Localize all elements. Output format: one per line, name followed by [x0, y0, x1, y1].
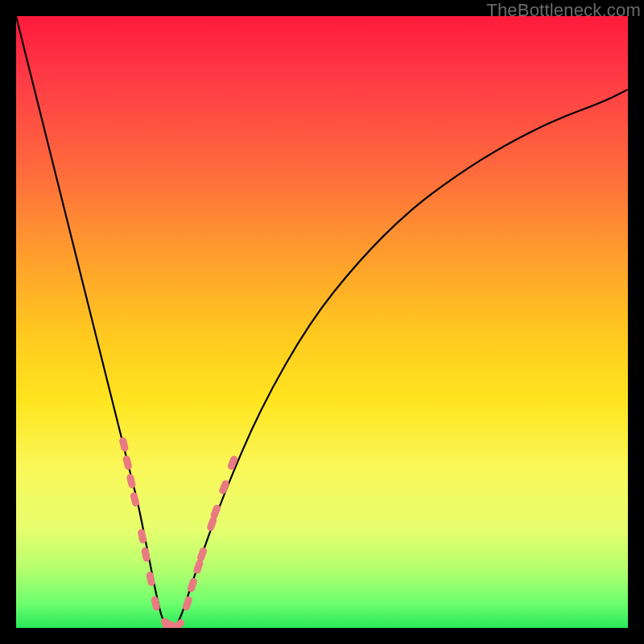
bottleneck-curve-svg — [16, 16, 628, 628]
curve-marker — [118, 436, 129, 452]
curve-markers — [118, 436, 238, 628]
curve-marker — [146, 571, 155, 586]
curve-marker — [187, 577, 198, 593]
curve-marker — [182, 596, 193, 612]
curve-marker — [130, 492, 140, 508]
chart-frame — [16, 16, 628, 628]
curve-path-group — [16, 16, 628, 628]
curve-marker — [151, 596, 161, 612]
curve-marker — [126, 473, 136, 489]
curve-marker — [137, 528, 147, 543]
watermark-text: TheBottleneck.com — [486, 0, 641, 21]
curve-marker — [141, 547, 151, 562]
bottleneck-curve-path — [16, 16, 628, 628]
curve-marker — [218, 479, 230, 495]
curve-marker — [122, 455, 133, 471]
